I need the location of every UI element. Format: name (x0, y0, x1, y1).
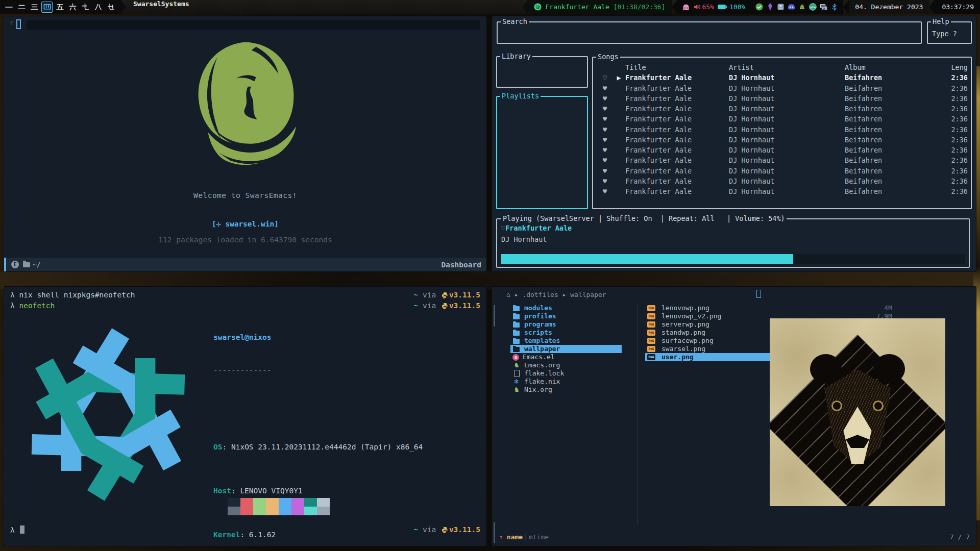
song-row[interactable]: ♥ Frankfurter Aale DJ Hornhaut Beifahren… (593, 155, 971, 165)
powerline-arrow (929, 0, 935, 14)
workspace-1[interactable] (3, 2, 14, 13)
song-row[interactable]: ♥ Frankfurter Aale DJ Hornhaut Beifahren… (593, 135, 971, 145)
turtle-icon[interactable] (798, 3, 806, 11)
emacs-modeline: E ~/ Dashboard (4, 258, 486, 271)
palette-swatch (279, 507, 291, 515)
now-playing-panel: Playing (SwarselServer | Shuffle: On | R… (496, 218, 970, 268)
file-row[interactable]: flake.nix (510, 378, 622, 386)
library-title: Library (500, 52, 532, 60)
file-row[interactable]: programs (510, 320, 622, 329)
parent-directory-panel: modules profiles programs scripts (510, 304, 622, 394)
python-icon (442, 527, 448, 535)
file-row[interactable]: modules (510, 304, 622, 312)
palette-swatch (253, 498, 266, 507)
scroll-indicator[interactable] (494, 305, 495, 327)
heart-icon[interactable]: ♥ (597, 83, 612, 93)
file-row[interactable]: lenovowp.png 4M (645, 304, 895, 312)
file-row[interactable]: wallpaper (510, 345, 622, 353)
palette-swatch (228, 498, 240, 507)
check-icon[interactable] (755, 3, 763, 11)
display-icon[interactable] (820, 3, 827, 11)
file-row[interactable]: templates (510, 337, 622, 345)
heart-icon[interactable]: ♥ (597, 155, 612, 165)
song-row[interactable]: ♥ Frankfurter Aale DJ Hornhaut Beifahren… (593, 93, 971, 104)
png-file-icon (647, 321, 655, 328)
discord-icon[interactable] (788, 3, 795, 11)
file-icon (512, 321, 521, 328)
syncthing-icon[interactable] (809, 3, 817, 11)
workspace-6[interactable] (67, 2, 78, 13)
png-file-icon (647, 354, 655, 360)
battery-module[interactable]: 100% (718, 3, 745, 11)
workspace-2[interactable] (16, 2, 27, 13)
song-row[interactable]: ♥ Frankfurter Aale DJ Hornhaut Beifahren… (593, 145, 971, 155)
file-row[interactable]: Emacs.org (510, 361, 622, 369)
bluetooth-icon[interactable] (830, 3, 838, 11)
workspace-9[interactable] (105, 2, 116, 13)
progress-track[interactable] (501, 254, 965, 264)
playlists-panel: Playlists (496, 96, 588, 209)
workspace-3[interactable] (29, 2, 40, 13)
file-icon (512, 362, 521, 369)
file-row[interactable]: Nix.org (510, 386, 622, 394)
search-input[interactable]: Search (497, 21, 922, 44)
play-icon (612, 83, 625, 93)
palette-swatch (228, 507, 240, 515)
sort-primary[interactable]: name (507, 533, 523, 541)
png-file-icon (647, 346, 655, 352)
song-row[interactable]: ♥ Frankfurter Aale DJ Hornhaut Beifahren… (593, 186, 971, 196)
heart-icon[interactable]: ♥ (597, 114, 612, 124)
workspace-5[interactable] (54, 2, 65, 13)
load-message: 112 packages loaded in 6.643790 seconds (4, 236, 486, 244)
modeline-buffer-name: Dashboard (441, 261, 481, 269)
workspace-7[interactable] (80, 2, 91, 13)
site-link[interactable]: [✣ swarsel.win] (4, 220, 486, 228)
workspace-8[interactable] (92, 2, 104, 13)
file-count: 7 / 7 (950, 533, 970, 541)
sort-direction-icon[interactable]: ↑ (499, 533, 503, 541)
heart-icon[interactable]: ♥ (597, 186, 612, 196)
heart-icon[interactable]: ♥ (597, 104, 612, 114)
terminal-color-palette (228, 498, 330, 515)
heart-icon[interactable]: ♥ (597, 166, 612, 176)
sort-secondary[interactable]: mtime (529, 533, 549, 541)
file-row[interactable]: scripts (510, 329, 622, 337)
file-manager-statusbar: ↑ name | mtime 7 / 7 (499, 533, 970, 541)
now-playing-position: [01:38/02:36] (614, 3, 666, 11)
file-icon (512, 346, 521, 353)
heart-icon[interactable]: ♥ (597, 135, 612, 145)
song-row[interactable]: ♥ Frankfurter Aale DJ Hornhaut Beifahren… (593, 114, 971, 124)
song-row[interactable]: ♥ Frankfurter Aale DJ Hornhaut Beifahren… (593, 166, 971, 176)
heart-icon[interactable]: ♥ (597, 93, 612, 104)
file-row[interactable]: profiles (510, 312, 622, 320)
file-icon (512, 354, 519, 361)
file-row[interactable]: flake.lock (510, 369, 622, 378)
breadcrumb[interactable]: ⌂ ▸ .dotfiles ▸ wallpaper (506, 291, 606, 298)
modeline-path: ~/ (33, 261, 41, 268)
song-row[interactable]: ♥ Frankfurter Aale DJ Hornhaut Beifahren… (593, 104, 971, 114)
focused-window-title: SwarselSystems (133, 0, 189, 14)
song-row[interactable]: ♥ Frankfurter Aale DJ Hornhaut Beifahren… (593, 124, 971, 135)
file-icon (512, 330, 521, 336)
song-row[interactable]: ♥ Frankfurter Aale DJ Hornhaut Beifahren… (593, 83, 971, 93)
box-icon[interactable] (777, 3, 785, 11)
song-row[interactable]: ♡ ▶ Frankfurter Aale DJ Hornhaut Beifahr… (593, 72, 971, 83)
shell-prompt[interactable]: λ (10, 525, 24, 534)
file-icon (512, 370, 521, 377)
file-icon (512, 379, 521, 385)
help-panel: Help Type ? (927, 21, 972, 44)
vault-icon[interactable] (682, 3, 690, 11)
song-row[interactable]: ♥ Frankfurter Aale DJ Hornhaut Beifahren… (593, 176, 971, 186)
now-playing-module[interactable]: Frankfurter Aale [01:38/02:36] (528, 0, 672, 14)
shard-icon[interactable] (766, 3, 774, 11)
heart-icon[interactable]: ♥ (597, 176, 612, 186)
heart-icon[interactable]: ♥ (597, 145, 612, 155)
palette-swatch (240, 498, 253, 507)
powerline-arrow (120, 0, 126, 14)
file-row[interactable]: Emacs.el (510, 353, 622, 361)
workspace-4-active[interactable] (41, 2, 53, 13)
heart-icon[interactable]: ♥ (597, 124, 612, 135)
library-panel: Library (496, 56, 588, 88)
heart-icon[interactable]: ♡ (597, 72, 612, 83)
volume-module[interactable]: 65% (694, 3, 714, 11)
